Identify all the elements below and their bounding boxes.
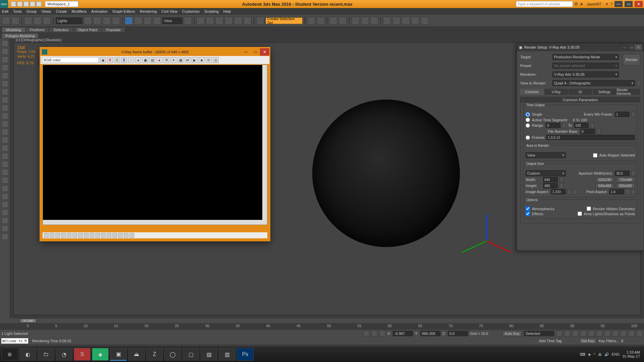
redo-button[interactable]: [11, 17, 19, 25]
vfb-lens-button[interactable]: ◎: [213, 57, 219, 63]
tool-icon[interactable]: [2, 153, 8, 160]
tool-icon[interactable]: [2, 48, 8, 55]
range-end-input[interactable]: 100: [574, 123, 589, 128]
tab-vray[interactable]: V-Ray: [544, 89, 568, 95]
tool-icon[interactable]: [2, 217, 8, 224]
key-filters-button[interactable]: Key Filters...: [599, 339, 619, 343]
goto-end-button[interactable]: [588, 330, 594, 337]
menu-create[interactable]: Create: [56, 9, 67, 13]
play-button[interactable]: [572, 330, 578, 337]
lock-view-button[interactable]: [637, 80, 640, 86]
ribbon-panel-polygon-modeling[interactable]: Polygon Modeling: [2, 34, 38, 38]
ribbon-tab-modeling[interactable]: Modeling: [2, 27, 25, 32]
tab-gi[interactable]: GI: [569, 89, 592, 95]
taskbar-app-speedtree[interactable]: ◆: [92, 348, 109, 361]
qat-open-icon[interactable]: [17, 1, 22, 7]
area-lights-points-checkbox[interactable]: [578, 212, 582, 216]
vfb-minimize-button[interactable]: —: [241, 48, 251, 56]
key-mode-button[interactable]: [596, 330, 602, 337]
vfb-history-button[interactable]: ⟳: [206, 57, 212, 63]
select-manipulate-button[interactable]: [197, 17, 205, 25]
vfb-color-corrections-button[interactable]: [44, 233, 49, 238]
taskbar-app-photos[interactable]: ▢: [182, 348, 199, 361]
tab-common[interactable]: Common: [520, 89, 544, 95]
vfb-stamp-button[interactable]: [67, 233, 71, 238]
tab-settings[interactable]: Settings: [593, 89, 616, 95]
tool-icon[interactable]: [2, 56, 8, 63]
select-and-rotate-button[interactable]: [134, 17, 142, 25]
select-and-move-button[interactable]: [125, 17, 133, 25]
pixel-aspect-input[interactable]: 1.0: [609, 189, 624, 194]
auto-key-button[interactable]: Auto Key: [502, 330, 522, 337]
every-nth-input[interactable]: 1: [615, 112, 630, 117]
tool-icon[interactable]: [2, 80, 8, 87]
selection-lock-button[interactable]: [363, 330, 369, 337]
vfb-wb-button[interactable]: [118, 233, 123, 238]
menu-animation[interactable]: Animation: [91, 9, 108, 13]
tool-icon[interactable]: [2, 64, 8, 71]
render-setup-panel[interactable]: ▣ Render Setup: V-Ray Adv 3.30.05 — ▭ ✕ …: [517, 43, 644, 251]
vfb-stop-button[interactable]: ■: [199, 57, 205, 63]
tool-icon[interactable]: [2, 88, 8, 95]
render-in-cloud-button[interactable]: [421, 17, 429, 25]
maxscript-listener[interactable]: Welcome to M: [1, 338, 28, 344]
taskbar-app-3dsmax[interactable]: ▣: [110, 348, 127, 361]
menu-graph-editors[interactable]: Graph Editors: [112, 9, 135, 13]
time-slider-knob[interactable]: 0 / 100: [20, 319, 36, 323]
vfb-exposure-button[interactable]: [112, 233, 117, 238]
tool-icon[interactable]: [2, 97, 8, 103]
align-button[interactable]: [317, 17, 325, 25]
vfb-bg-button[interactable]: [101, 233, 106, 238]
vfb-save-button[interactable]: ▣: [142, 57, 148, 63]
toggle-ribbon-button[interactable]: [339, 17, 347, 25]
signed-in-user[interactable]: jayant07: [585, 2, 603, 6]
tool-icon[interactable]: [2, 185, 8, 192]
vfb-link-button[interactable]: ⇄: [184, 57, 191, 63]
menu-help[interactable]: Help: [223, 9, 231, 13]
keyboard-shortcut-button[interactable]: [206, 17, 214, 25]
key-filters-combo[interactable]: Selected: [524, 331, 554, 336]
time-slider[interactable]: 0 / 100: [0, 318, 644, 323]
atmospherics-checkbox[interactable]: [526, 206, 530, 211]
taskbar-app-paint[interactable]: ▧: [201, 348, 217, 361]
tool-icon[interactable]: [2, 193, 8, 200]
curve-editor-button[interactable]: [352, 17, 360, 25]
vray-frame-buffer-window[interactable]: V-Ray frame buffer - [400% of 640 x 480]…: [40, 47, 270, 241]
auto-region-checkbox[interactable]: [593, 153, 597, 158]
next-frame-button[interactable]: [580, 330, 586, 337]
menu-rendering[interactable]: Rendering: [140, 9, 157, 13]
vfb-maximize-button[interactable]: ▭: [251, 48, 260, 56]
lock-pixel-aspect-button[interactable]: [632, 189, 635, 194]
menu-views[interactable]: Views: [41, 9, 51, 13]
vfb-ocio-button[interactable]: [90, 233, 94, 238]
help-icon[interactable]: ?: [610, 2, 612, 6]
tool-icon[interactable]: [2, 209, 8, 216]
taskbar-app-explorer[interactable]: 🗀: [38, 348, 54, 361]
taskbar-app-photoshop[interactable]: Ps: [237, 348, 254, 361]
link-button[interactable]: [24, 17, 32, 25]
menu-tools[interactable]: Tools: [13, 9, 22, 13]
frames-input[interactable]: 1,3,5-12: [546, 135, 635, 140]
vfb-clear-button[interactable]: ●: [156, 57, 162, 63]
transform-gizmo[interactable]: [466, 201, 506, 241]
time-config-button[interactable]: [604, 330, 610, 337]
aperture-width-input[interactable]: 36.0: [615, 171, 630, 176]
vfb-cb-button[interactable]: [129, 233, 134, 238]
nav-orbit-button[interactable]: [629, 330, 635, 337]
common-params-header[interactable]: Common Parameters: [563, 98, 598, 102]
area-combo[interactable]: View: [526, 152, 566, 158]
tool-icon[interactable]: [2, 129, 8, 135]
favorites-icon[interactable]: ★: [580, 2, 583, 6]
render-hidden-checkbox[interactable]: [587, 206, 591, 211]
percent-snap-button[interactable]: [234, 17, 242, 25]
prev-frame-button[interactable]: [564, 330, 570, 337]
output-preset-combo[interactable]: Custom: [526, 170, 566, 176]
file-number-base-input[interactable]: 0: [580, 129, 595, 134]
nav-maximize-button[interactable]: [637, 330, 643, 337]
menu-edit[interactable]: Edit: [2, 9, 8, 13]
vfb-render-image[interactable]: [43, 65, 267, 225]
goto-start-button[interactable]: [556, 330, 562, 337]
edit-named-sel-button[interactable]: [256, 17, 264, 25]
set-key-button[interactable]: Set Key: [579, 338, 597, 344]
exchange-icon[interactable]: ✕: [605, 2, 608, 6]
